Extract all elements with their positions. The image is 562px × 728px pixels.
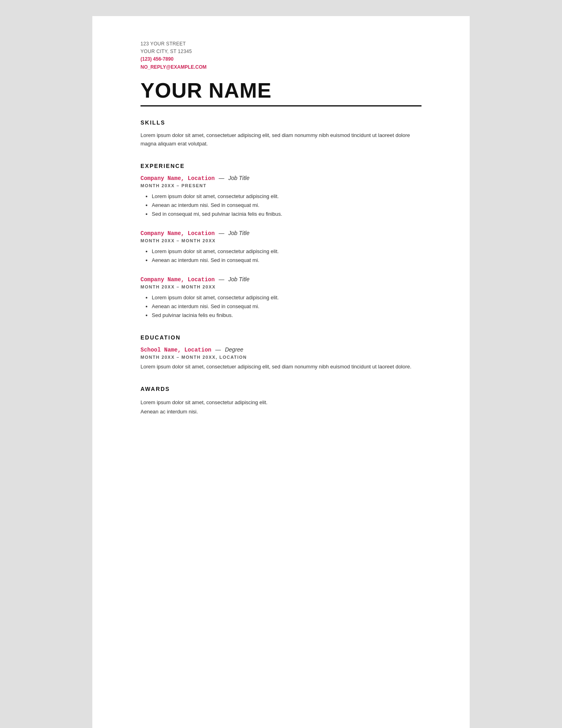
separator-1: — <box>219 175 224 181</box>
edu-dates-1: MONTH 20XX – MONTH 20XX, LOCATION <box>140 355 422 360</box>
bullet-2-2: Aenean ac interdum nisi. Sed in consequa… <box>152 256 422 265</box>
bullet-3-2: Aenean ac interdum nisi. Sed in consequa… <box>152 302 422 311</box>
skills-section: SKILLS Lorem ipsum dolor sit amet, conse… <box>140 119 422 148</box>
awards-line-1: Lorem ipsum dolor sit amet, consectetur … <box>140 398 422 407</box>
separator-3: — <box>219 276 224 282</box>
company-2: Company Name, Location <box>140 230 215 237</box>
skills-title: SKILLS <box>140 119 422 126</box>
contact-email: NO_REPLY@EXAMPLE.COM <box>140 63 422 71</box>
edu-separator-1: — <box>215 346 221 353</box>
contact-city: YOUR CITY, ST 12345 <box>140 48 422 55</box>
school-1: School Name, Location <box>140 347 211 353</box>
job-bullets-2: Lorem ipsum dolor sit amet, consectetur … <box>140 247 422 265</box>
job-entry-2: Company Name, Location — Job Title MONTH… <box>140 230 422 265</box>
name-section: YOUR NAME <box>140 79 422 102</box>
edu-header-1: School Name, Location — Degree <box>140 346 422 353</box>
job-dates-3: MONTH 20XX – MONTH 20XX <box>140 284 422 289</box>
job-header-3: Company Name, Location — Job Title <box>140 276 422 283</box>
skills-body: Lorem ipsum dolor sit amet, consectetuer… <box>140 131 422 148</box>
awards-section: AWARDS Lorem ipsum dolor sit amet, conse… <box>140 386 422 417</box>
name-divider <box>140 105 422 106</box>
bullet-1-3: Sed in consequat mi, sed pulvinar lacini… <box>152 210 422 219</box>
job-entry-1: Company Name, Location — Job Title MONTH… <box>140 175 422 219</box>
education-section: EDUCATION School Name, Location — Degree… <box>140 334 422 371</box>
awards-title: AWARDS <box>140 386 422 392</box>
awards-line-2: Aenean ac interdum nisi. <box>140 407 422 416</box>
resume-page: 123 YOUR STREET YOUR CITY, ST 12345 (123… <box>92 16 470 728</box>
contact-phone: (123) 456-7890 <box>140 55 422 63</box>
full-name: YOUR NAME <box>140 79 422 102</box>
bullet-1-1: Lorem ipsum dolor sit amet, consectetur … <box>152 192 422 201</box>
bullet-3-3: Sed pulvinar lacinia felis eu finibus. <box>152 311 422 320</box>
experience-section: EXPERIENCE Company Name, Location — Job … <box>140 163 422 320</box>
contact-block: 123 YOUR STREET YOUR CITY, ST 12345 (123… <box>140 40 422 71</box>
job-title-3: Job Title <box>228 276 250 282</box>
job-bullets-3: Lorem ipsum dolor sit amet, consectetur … <box>140 293 422 320</box>
job-bullets-1: Lorem ipsum dolor sit amet, consectetur … <box>140 192 422 219</box>
job-header-2: Company Name, Location — Job Title <box>140 230 422 237</box>
edu-body-1: Lorem ipsum dolor sit amet, consectetuer… <box>140 363 422 371</box>
job-dates-1: MONTH 20XX – PRESENT <box>140 183 422 188</box>
education-entry-1: School Name, Location — Degree MONTH 20X… <box>140 346 422 371</box>
separator-2: — <box>219 230 224 236</box>
company-3: Company Name, Location <box>140 276 215 283</box>
bullet-1-2: Aenean ac interdum nisi. Sed in consequa… <box>152 201 422 210</box>
education-title: EDUCATION <box>140 334 422 341</box>
job-title-2: Job Title <box>228 230 250 236</box>
contact-street: 123 YOUR STREET <box>140 40 422 48</box>
bullet-2-1: Lorem ipsum dolor sit amet, consectetur … <box>152 247 422 256</box>
experience-title: EXPERIENCE <box>140 163 422 169</box>
job-entry-3: Company Name, Location — Job Title MONTH… <box>140 276 422 320</box>
job-header-1: Company Name, Location — Job Title <box>140 175 422 182</box>
bullet-3-1: Lorem ipsum dolor sit amet, consectetur … <box>152 293 422 302</box>
company-1: Company Name, Location <box>140 175 215 182</box>
job-dates-2: MONTH 20XX – MONTH 20XX <box>140 238 422 243</box>
job-title-1: Job Title <box>228 175 250 181</box>
degree-1: Degree <box>225 346 243 353</box>
